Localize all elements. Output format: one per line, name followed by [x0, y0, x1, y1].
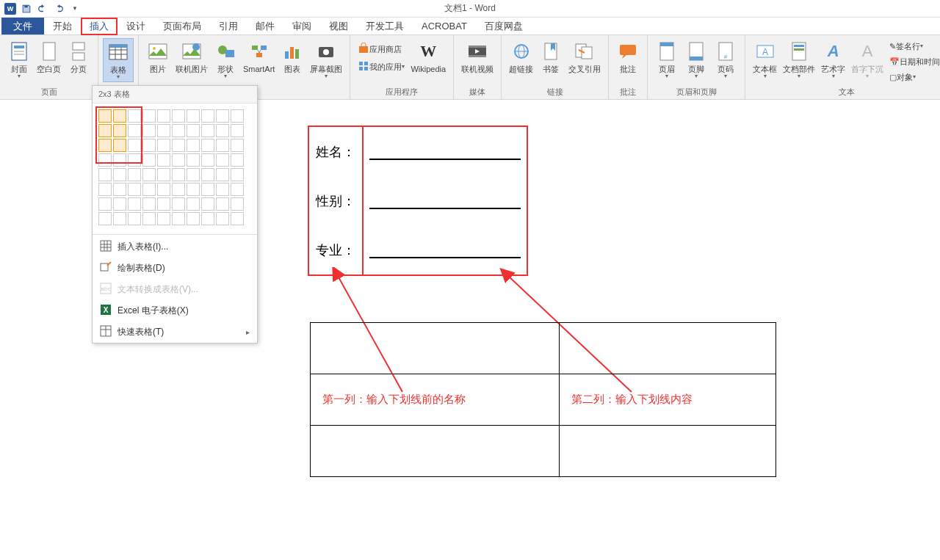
svg-rect-30 [359, 46, 368, 53]
svg-rect-57 [101, 241, 111, 251]
svg-rect-21 [261, 46, 267, 50]
tab-view[interactable]: 视图 [320, 18, 357, 34]
chart-icon [281, 40, 304, 63]
comments-group-label: 批注 [613, 85, 643, 98]
svg-rect-37 [469, 55, 486, 57]
convert-text-menu-item: abc文本转换成表格(V)... [93, 279, 257, 300]
wikipedia-icon: W [416, 40, 440, 63]
svg-rect-32 [364, 62, 368, 65]
object-button[interactable]: ▢对象 ▾ [886, 70, 940, 84]
undo-button[interactable] [35, 1, 50, 16]
insert-table-menu-item[interactable]: 插入表格(I)... [93, 236, 257, 258]
tab-home[interactable]: 开始 [44, 18, 81, 34]
hyperlink-icon [510, 40, 533, 63]
wordart-button[interactable]: A艺术字▾ [818, 38, 848, 81]
dropcap-icon: A [856, 40, 879, 63]
svg-rect-33 [359, 67, 363, 70]
table-dropdown-menu: 2x3 表格 插入表格(I)... 绘制表格(D) abc文本转换成表格(V).… [92, 85, 258, 343]
tab-developer[interactable]: 开发工具 [357, 18, 413, 34]
screenshot-icon [314, 40, 338, 63]
video-icon [466, 40, 489, 63]
tab-design[interactable]: 设计 [118, 18, 154, 34]
svg-text:abc: abc [101, 286, 111, 292]
tab-layout[interactable]: 页面布局 [154, 18, 210, 34]
apps-group-label: 应用程序 [355, 85, 449, 98]
chart-button[interactable]: 图表 [278, 38, 307, 76]
smartart-button[interactable]: SmartArt [240, 38, 278, 76]
svg-rect-5 [43, 43, 55, 60]
signature-line-button[interactable]: ✎签名行 ▾ [886, 40, 940, 54]
form-label-gender: 性别： [309, 176, 364, 225]
table-button[interactable]: 表格▾ [103, 38, 134, 82]
smartart-icon [247, 40, 271, 63]
tab-references[interactable]: 引用 [210, 18, 247, 34]
pages-group-label: 页面 [4, 85, 93, 98]
draw-table-menu-item[interactable]: 绘制表格(D) [93, 258, 257, 279]
hyperlink-button[interactable]: 超链接 [506, 38, 536, 76]
svg-text:#: # [724, 54, 728, 60]
my-apps-button[interactable]: 我的应用 ▾ [355, 59, 408, 75]
excel-spreadsheet-menu-item[interactable]: XExcel 电子表格(X) [93, 300, 257, 321]
quickparts-button[interactable]: 文档部件▾ [780, 38, 818, 81]
svg-rect-13 [109, 45, 127, 48]
tab-baidu[interactable]: 百度网盘 [476, 18, 532, 34]
svg-text:A: A [762, 47, 768, 57]
qat-customize[interactable]: ▼ [68, 1, 82, 16]
bookmark-icon [539, 40, 563, 63]
svg-line-23 [258, 50, 259, 53]
app-store-button[interactable]: 应用商店 [355, 41, 408, 57]
ribbon-tabs: 文件 开始 插入 设计 页面布局 引用 邮件 审阅 视图 开发工具 ACROBA… [0, 18, 940, 35]
table-row [311, 323, 776, 374]
svg-rect-62 [101, 263, 108, 271]
pagenum-button[interactable]: #页码▾ [711, 38, 740, 81]
svg-rect-26 [290, 47, 294, 59]
table-cell-col2-desc[interactable]: 第二列：输入下划线内容 [560, 374, 776, 426]
save-button[interactable] [19, 1, 34, 16]
online-picture-button[interactable]: 联机图片 [173, 38, 211, 76]
svg-rect-0 [24, 5, 27, 7]
cover-page-icon [7, 40, 31, 63]
shapes-button[interactable]: 形状▾ [211, 38, 240, 81]
header-button[interactable]: 页眉▾ [652, 38, 682, 81]
online-video-button[interactable]: 联机视频 [458, 38, 496, 76]
wordart-icon: A [822, 40, 845, 63]
form-line-gender [364, 176, 527, 225]
table-row: 第一列：输入下划线前的名称 第二列：输入下划线内容 [311, 374, 776, 426]
bookmark-button[interactable]: 书签 [536, 38, 565, 76]
crossref-icon [573, 40, 596, 63]
picture-button[interactable]: 图片 [143, 38, 173, 76]
tab-file[interactable]: 文件 [1, 18, 44, 34]
tab-insert[interactable]: 插入 [81, 18, 118, 35]
online-picture-icon [180, 40, 203, 63]
tab-review[interactable]: 审阅 [283, 18, 320, 34]
crossref-button[interactable]: 交叉引用 [565, 38, 604, 76]
example-table[interactable]: 第一列：输入下划线前的名称 第二列：输入下划线内容 [310, 322, 776, 477]
wikipedia-button[interactable]: WWikipedia [408, 38, 449, 76]
picture-icon [146, 40, 170, 63]
tab-mailings[interactable]: 邮件 [247, 18, 283, 34]
svg-rect-4 [14, 54, 24, 55]
tab-acrobat[interactable]: ACROBAT [413, 18, 476, 34]
page-break-button[interactable]: 分页 [64, 38, 93, 76]
signature-icon: ✎ [889, 42, 896, 51]
footer-button[interactable]: 页脚▾ [682, 38, 711, 81]
draw-table-icon [100, 261, 112, 275]
header-icon [655, 40, 679, 63]
textbox-button[interactable]: A文本框▾ [750, 38, 780, 81]
screenshot-button[interactable]: 屏幕截图▾ [307, 38, 345, 81]
dropcap-button[interactable]: A首字下沉▾ [848, 38, 886, 81]
comment-button[interactable]: 批注 [613, 38, 643, 76]
quick-tables-menu-item[interactable]: 快速表格(T)▸ [93, 321, 257, 343]
blank-page-button[interactable]: 空白页 [34, 38, 64, 76]
cover-page-button[interactable]: 封面▾ [4, 38, 34, 81]
word-icon: W [3, 1, 18, 16]
quick-tables-icon [100, 325, 112, 339]
form-line-major [364, 225, 527, 274]
table-size-grid[interactable] [93, 103, 257, 233]
redo-button[interactable] [51, 1, 66, 16]
shapes-icon [214, 40, 237, 63]
table-cell-col1-desc[interactable]: 第一列：输入下划线前的名称 [311, 374, 560, 426]
datetime-button[interactable]: 📅日期和时间 [886, 55, 940, 69]
svg-point-17 [192, 43, 200, 51]
form-line-name [364, 127, 527, 176]
